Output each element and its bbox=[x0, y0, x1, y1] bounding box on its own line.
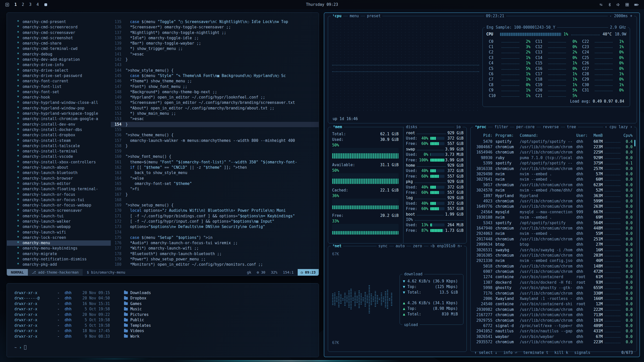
file-tree-item[interactable]: *omarchy-install-dropbox bbox=[7, 132, 111, 138]
code-line[interactable]: 163 back_to show_style_menu bbox=[111, 170, 319, 176]
list-item[interactable]: drwxr-xr-x-dhh 9 Nov 08:33Work bbox=[14, 334, 319, 339]
process-row[interactable]: 1274containe/usr/bin/containerdroot61M0.… bbox=[474, 274, 633, 280]
net-zero-tab[interactable]: zero bbox=[411, 243, 424, 249]
code-line[interactable]: 140 *) show_trigger_menu ;; bbox=[111, 46, 319, 51]
workspace-3[interactable]: 3 bbox=[29, 2, 31, 7]
file-tree-item[interactable]: *omarchy-hyprland-workspace-toggle bbox=[7, 111, 111, 116]
preset-button[interactable]: preset bbox=[365, 13, 382, 18]
file-tree-item[interactable]: *omarchy-launch-tui bbox=[7, 214, 111, 219]
file-tree-item[interactable]: *omarchy-hook bbox=[7, 95, 111, 100]
bluetooth-icon[interactable] bbox=[608, 3, 612, 7]
file-tree-item[interactable]: *omarchy-menu bbox=[7, 240, 111, 246]
process-footer-action[interactable]: signals bbox=[574, 350, 590, 355]
file-tree-item[interactable]: *omarchy-hyprland-window-close-all bbox=[7, 100, 111, 105]
process-row[interactable]: 1654946chromium/usr/lib/chromium/chromdh… bbox=[474, 150, 633, 155]
code-line[interactable]: 146 *Theme*) show_theme_menu ;; bbox=[111, 79, 319, 84]
file-tree-item[interactable]: *omarchy-font-set bbox=[7, 89, 111, 95]
file-tree-item[interactable]: *omarchy-install-vscode bbox=[7, 154, 111, 159]
pid-column-header[interactable]: Pid: bbox=[474, 133, 492, 138]
code-line[interactable]: 164 ">else bbox=[111, 176, 319, 181]
code-line[interactable]: 160">show_font_menu() { bbox=[111, 154, 319, 159]
file-tree-item[interactable]: *omarchy-dev-add-migration bbox=[7, 57, 111, 62]
process-row[interactable]: 2999634btopbtopdhh27M0.0 bbox=[474, 242, 633, 247]
list-item[interactable]: drwxr-xr-x-dhh20 Nov 09:15Downloads bbox=[14, 290, 319, 296]
file-tree-item[interactable]: *omarchy-launch-editor bbox=[7, 181, 111, 186]
code-line[interactable]: 141 ">esac bbox=[111, 52, 319, 57]
code-line[interactable]: 142} bbox=[111, 57, 319, 62]
file-tree-item[interactable]: *omarchy-launch-or-focus-webapp bbox=[7, 203, 111, 208]
process-row[interactable]: 3026541waybar/usr/bin/waybardhh67M0.0 bbox=[474, 334, 633, 339]
process-footer-action[interactable]: info ⏎ bbox=[503, 350, 517, 355]
code-line[interactable]: 161 theme=$(menu "Font" "$(omarchy-font-… bbox=[111, 160, 319, 165]
battery-icon[interactable] bbox=[634, 3, 639, 7]
file-tree-item[interactable]: *omarchy-cmd-screenrecord bbox=[7, 25, 111, 30]
file-tree-item[interactable]: *omarchy-launch-bluetooth bbox=[7, 170, 111, 176]
app-launcher-icon[interactable] bbox=[5, 3, 9, 7]
per-core-button[interactable]: per-core bbox=[514, 124, 536, 129]
file-tree-item[interactable]: *omarchy-menu-keybindings bbox=[7, 246, 111, 251]
list-item[interactable]: drwxr-xr-x-dhh 5 Oct 19:58Music bbox=[14, 307, 319, 312]
file-tree-item[interactable]: *omarchy-launch-or-focus bbox=[7, 192, 111, 197]
refresh-interval-control[interactable]: - 2000ms + bbox=[608, 13, 634, 18]
code-line[interactable]: 175 case $(menu "Setup" "$options") ">in bbox=[111, 235, 319, 240]
file-tree-item[interactable]: *omarchy-launch-webapp bbox=[7, 224, 111, 230]
file-tree-item[interactable]: *omarchy-hyprland-window-pop bbox=[7, 106, 111, 111]
process-row[interactable]: 5399spotify/opt/spotify/spotify --dhh375… bbox=[474, 161, 633, 166]
code-line[interactable]: 178 *Bluetooth*) omarchy-launch-bluetoot… bbox=[111, 251, 319, 257]
shell-prompt[interactable]: ~ › bbox=[14, 345, 319, 350]
process-row[interactable]: 5998ghostty/usr/bin/ghostty --gtk-dhh655… bbox=[474, 285, 633, 291]
sort-mode-selector[interactable]: ‹ cpu lazy › bbox=[603, 124, 634, 129]
code-line[interactable]: 135 case $(menu "Toggle" "▢ Screensaver\… bbox=[111, 19, 319, 25]
code-line[interactable]: 169">show_setup_menu() { bbox=[111, 203, 319, 208]
code-line[interactable]: 143 bbox=[111, 62, 319, 68]
file-tree-item[interactable]: *omarchy-install-docker-dbs bbox=[7, 127, 111, 132]
user-column-header[interactable]: User: bbox=[576, 133, 589, 138]
process-row[interactable]: 3004667chromium/usr/lib/chromium/chromdh… bbox=[474, 144, 633, 149]
process-row[interactable]: 3024578nvimnvim --embed /home/dhh/dhh52M… bbox=[474, 188, 633, 193]
file-tree-item[interactable]: *omarchy-font-current bbox=[7, 79, 111, 84]
list-item[interactable]: drwx------@-dhh20 Nov 04:50Dropbox bbox=[14, 296, 319, 301]
file-tree-item[interactable]: *omarchy-cmd-terminal-cwd bbox=[7, 46, 111, 51]
code-line[interactable]: 144">show_style_menu() { bbox=[111, 68, 319, 73]
process-row[interactable]: 5017chromium/usr/lib/chromium/chromdhh62… bbox=[474, 182, 633, 187]
process-row[interactable]: 2917448chromium/usr/lib/chromium/chromdh… bbox=[474, 236, 633, 242]
process-row[interactable]: 6907chromium/usr/lib/chromium/chromdhh47… bbox=[474, 269, 633, 274]
process-row[interactable]: 5018chromium/usr/lib/chromium/chromdhh14… bbox=[474, 263, 633, 269]
process-footer-action[interactable]: ↑ select ↓ bbox=[474, 350, 497, 355]
code-line[interactable]: 153 ">esac bbox=[111, 116, 319, 122]
file-tree-item[interactable]: *omarchy-pkg-add bbox=[7, 262, 111, 267]
process-row[interactable]: 1307dockerd/usr/bin/dockerd -H fd:root93… bbox=[474, 280, 633, 285]
file-tree-item[interactable]: *omarchy-install-chromium-google-a bbox=[7, 116, 111, 122]
file-tree-item[interactable]: *omarchy-install-dev-env bbox=[7, 122, 111, 127]
list-item[interactable]: drwxr-xr-x-dhh18 Nov 17:45Videos bbox=[14, 328, 319, 334]
process-row[interactable]: 3027641nvimnvim --embed .dhh60M0.0 bbox=[474, 177, 633, 182]
process-row[interactable]: 5343spotify/opt/spotify/spotifydhh564M0.… bbox=[474, 220, 633, 225]
code-line[interactable]: 162 if [[ "$theme" == "CNCLD" || -z "$th… bbox=[111, 165, 319, 170]
process-row[interactable]: 2930982chromium/usr/lib/chromium/chromdh… bbox=[474, 307, 633, 312]
file-tree-item[interactable]: *omarchy-lock-screen bbox=[7, 235, 111, 240]
process-row[interactable]: 6772signal-d/proc/self/exe --type=rdhh40… bbox=[474, 323, 633, 328]
process-row[interactable]: 1897HyprlandHyprlanddhh363M0.0 bbox=[474, 193, 633, 198]
code-line[interactable]: 173 options="$options\n⚒ Defaults\n⊕ DNS… bbox=[111, 224, 319, 230]
net-interface-selector[interactable]: ‹b enp191s0 n› bbox=[428, 243, 464, 249]
file-tree-item[interactable]: *omarchy-cmd-screensaver bbox=[7, 30, 111, 35]
code-line[interactable]: 159 bbox=[111, 149, 319, 154]
list-item[interactable]: drwxr-xr-x-dhh16 Nov 15:31Games bbox=[14, 301, 319, 307]
code-line[interactable]: 139 *Bar*) omarchy-toggle-waybar ;; bbox=[111, 41, 319, 46]
code-line[interactable]: 137 *Nightlight*) omarchy-toggle-nightli… bbox=[111, 30, 319, 35]
process-row[interactable]: 2941052nautilus/usr/bin/nautilus --gapdh… bbox=[474, 329, 633, 334]
code-line[interactable]: 151 *About*) open_in_editor ~/.config/om… bbox=[111, 106, 319, 111]
code-line[interactable]: 179 *Power*) show_setup_power_menu ;; bbox=[111, 257, 319, 262]
process-row[interactable]: 2935572chromium/usr/lib/chromium/chromdh… bbox=[474, 339, 633, 345]
file-tree-item[interactable]: *omarchy-cmd-present bbox=[7, 19, 111, 25]
code-line[interactable]: 136 *Screensaver*) omarchy-toggle-screen… bbox=[111, 25, 319, 30]
process-row[interactable]: 1930108nvimnvim --embed .dhh69M0.0 bbox=[474, 215, 633, 220]
process-row[interactable]: 2929755chromium/usr/lib/chromium/chromdh… bbox=[474, 318, 633, 323]
program-column-header[interactable]: Program: bbox=[495, 133, 519, 138]
process-row[interactable]: 2921330nvimnvim --embed config.jsodhh46M… bbox=[474, 258, 633, 263]
file-tree-item[interactable]: *omarchy-debug bbox=[7, 52, 111, 57]
process-footer-action[interactable]: terminate t bbox=[523, 350, 548, 355]
menu-button[interactable]: menu bbox=[348, 13, 361, 18]
mem-column-header[interactable]: MemB bbox=[589, 133, 603, 138]
file-tree-item[interactable]: *omarchy-notification-dismiss bbox=[7, 257, 111, 262]
